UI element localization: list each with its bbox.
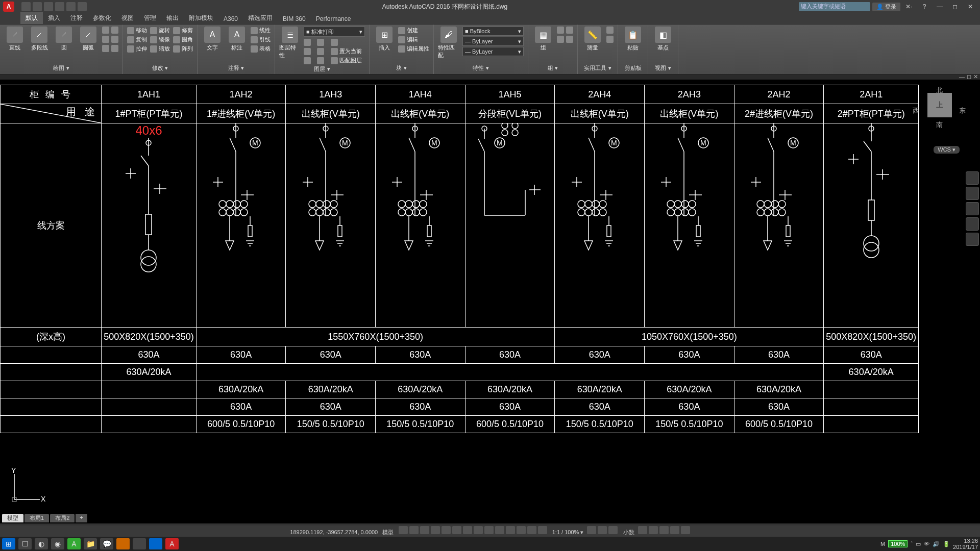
annot-文字-button[interactable]: A文字: [202, 27, 223, 52]
tray-clock[interactable]: 13:26 2019/1/17: [953, 538, 978, 550]
ime-icon[interactable]: M: [880, 541, 885, 547]
modify-阵列-button[interactable]: 阵列: [173, 45, 193, 53]
insert-block-button[interactable]: ⊞ 插入: [374, 27, 395, 52]
modify-移动-button[interactable]: 移动: [127, 27, 147, 34]
modify-缩放-button[interactable]: 缩放: [150, 45, 170, 53]
draw-圆-button[interactable]: ⟋圆: [53, 27, 75, 52]
layer-tool-button[interactable]: [304, 47, 314, 55]
ribbon-tab-4[interactable]: 视图: [116, 12, 139, 24]
tray-network-icon[interactable]: 👁: [924, 541, 929, 547]
nav-orbit-icon[interactable]: [966, 217, 979, 231]
app-icon[interactable]: A: [3, 2, 14, 12]
nav-wheel-icon[interactable]: [966, 171, 979, 185]
ribbon-tab-2[interactable]: 注释: [65, 12, 88, 24]
ellipse-icon[interactable]: [111, 36, 118, 43]
modify-镜像-button[interactable]: 镜像: [150, 36, 170, 43]
select-all-icon[interactable]: [606, 27, 614, 34]
magnifier-badge[interactable]: 100%: [888, 540, 908, 547]
tray-action-center-icon[interactable]: ▭: [916, 541, 921, 547]
layout-tab-layout2[interactable]: 布局2: [50, 514, 75, 522]
ribbon-tab-10[interactable]: BIM 360: [278, 14, 311, 24]
status-ortho-icon[interactable]: [420, 526, 429, 534]
qat-plot-icon[interactable]: [78, 2, 87, 11]
tray-volume-icon[interactable]: 🔊: [933, 541, 940, 547]
status-transparency-icon[interactable]: [495, 526, 504, 534]
block-编辑-button[interactable]: 编辑: [398, 36, 429, 43]
hatch-icon[interactable]: [102, 36, 109, 43]
status-grid-icon[interactable]: [399, 526, 408, 534]
status-lineweight-icon[interactable]: [484, 526, 494, 534]
draw-多段线-button[interactable]: ⟋多段线: [29, 27, 50, 52]
status-isodraft-icon[interactable]: [442, 526, 451, 534]
qat-redo-icon[interactable]: [66, 2, 76, 11]
taskbar-wechat-icon[interactable]: 💬: [100, 538, 113, 549]
quick-calc-icon[interactable]: [606, 36, 614, 43]
status-dyninput-icon[interactable]: [527, 526, 536, 534]
block-创建-button[interactable]: 创建: [398, 27, 429, 34]
ribbon-tab-1[interactable]: 插入: [43, 12, 65, 24]
measure-button[interactable]: 📏测量: [582, 27, 603, 52]
taskbar-app-4-icon[interactable]: [116, 538, 130, 549]
task-view-icon[interactable]: ☐: [18, 538, 32, 549]
qat-save-icon[interactable]: [44, 2, 53, 11]
exchange-icon[interactable]: ✕·: [902, 2, 916, 11]
modify-复制-button[interactable]: 复制: [127, 36, 147, 43]
group-bbox-icon[interactable]: [557, 36, 564, 43]
ribbon-tab-6[interactable]: 输出: [161, 12, 184, 24]
nav-showmotion-icon[interactable]: [966, 233, 979, 246]
prop-combo-2[interactable]: — ByLayer▾: [462, 47, 524, 56]
layer-tool-button[interactable]: 置为当前: [331, 47, 365, 55]
layer-tool-button[interactable]: [304, 57, 314, 64]
status-monitor-icon[interactable]: [638, 526, 647, 534]
layer-properties-button[interactable]: ≣ 图层特性: [279, 27, 301, 59]
point-icon[interactable]: [111, 45, 118, 52]
annot-表格-button[interactable]: 表格: [251, 45, 271, 53]
group-edit-icon[interactable]: [557, 27, 564, 34]
modify-修剪-button[interactable]: 修剪: [173, 27, 193, 34]
help-icon[interactable]: ?: [918, 2, 931, 11]
status-hardware-icon[interactable]: [659, 526, 669, 534]
layer-tool-button[interactable]: [317, 39, 327, 46]
ribbon-tab-3[interactable]: 参数化: [88, 12, 116, 24]
draw-圆弧-button[interactable]: ⟋圆弧: [78, 27, 99, 52]
status-otrack-icon[interactable]: [474, 526, 483, 534]
status-isolate-icon[interactable]: [649, 526, 658, 534]
status-snap-icon[interactable]: [409, 526, 419, 534]
view-cube[interactable]: 北 南 东 西 上: [912, 86, 968, 142]
start-button[interactable]: ⊞: [2, 538, 15, 549]
status-workspace-icon[interactable]: [608, 526, 618, 534]
layer-combo[interactable]: ■ 标准打印▾: [304, 27, 365, 37]
layout-tab-model[interactable]: 模型: [2, 514, 23, 522]
ribbon-tab-8[interactable]: A360: [218, 14, 243, 24]
tray-chevron-up-icon[interactable]: ˆ: [911, 541, 913, 547]
annot-标注-button[interactable]: A标注: [226, 27, 248, 52]
status-3dosnap-icon[interactable]: [463, 526, 472, 534]
wcs-badge[interactable]: WCS ▾: [934, 146, 960, 154]
minimize-button[interactable]: —: [933, 2, 946, 11]
ribbon-tab-7[interactable]: 附加模块: [184, 12, 218, 24]
group-button[interactable]: ▦组: [532, 27, 554, 52]
status-scale[interactable]: 1:1 / 100% ▾: [550, 529, 586, 535]
modify-旋转-button[interactable]: 旋转: [150, 27, 170, 34]
ribbon-tab-5[interactable]: 管理: [139, 12, 161, 24]
nav-zoom-icon[interactable]: [966, 202, 979, 215]
drawing-canvas[interactable]: 柜 编 号1AH11AH21AH31AH41AH52AH42AH32AH22AH…: [0, 80, 980, 523]
status-quickprops-icon[interactable]: [538, 526, 547, 534]
status-osnap-icon[interactable]: [452, 526, 461, 534]
match-properties-button[interactable]: 🖌 特性匹配: [438, 27, 459, 59]
taskbar-explorer-icon[interactable]: 📁: [84, 538, 97, 549]
login-button[interactable]: 👤 登录: [872, 3, 900, 11]
base-view-button[interactable]: ◧基点: [652, 27, 674, 52]
tray-battery-icon[interactable]: 🔋: [943, 541, 950, 547]
prop-combo-1[interactable]: — ByLayer▾: [462, 37, 524, 46]
status-units[interactable]: 小数: [621, 529, 636, 535]
layer-tool-button[interactable]: [304, 39, 314, 46]
taskbar-app-6-icon[interactable]: [149, 538, 162, 549]
viewcube-top-face[interactable]: 上: [927, 93, 952, 117]
status-annovis-icon[interactable]: [598, 526, 607, 534]
taskbar-autocad-icon[interactable]: A: [165, 538, 179, 549]
ribbon-tab-0[interactable]: 默认: [20, 12, 43, 24]
status-polar-icon[interactable]: [431, 526, 440, 534]
modify-拉伸-button[interactable]: 拉伸: [127, 45, 147, 53]
qat-new-icon[interactable]: [21, 2, 31, 11]
